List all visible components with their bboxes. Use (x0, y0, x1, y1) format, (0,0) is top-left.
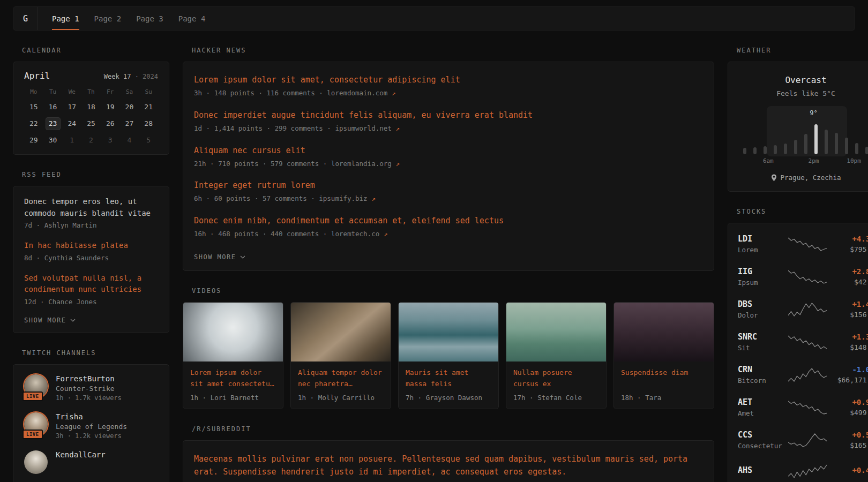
stock-ticker: LDI (738, 234, 788, 244)
stock-row[interactable]: IIG Ipsum +2.84% $42.04 (738, 260, 868, 293)
calendar-sep: · (135, 73, 139, 80)
rss-item-title[interactable]: Donec tempor eros leo, ut commodo mauris… (24, 196, 158, 219)
stocks-widget: STOCKS LDI Lorem +4.35% $795.18 IIG (728, 208, 868, 482)
calendar-day[interactable]: 22 (26, 117, 41, 130)
hn-title-link[interactable]: Aliquam nec cursus elit (194, 146, 703, 155)
calendar-day[interactable]: 1 (64, 134, 79, 147)
hn-title-link[interactable]: Donec enim nibh, condimentum et accumsan… (194, 216, 703, 225)
rss-item: In hac habitasse platea 8d · Cynthia Sau… (24, 240, 158, 263)
video-card[interactable]: Mauris sit amet massa felis 7h · Grayson… (398, 302, 499, 409)
calendar-day[interactable]: 27 (122, 117, 137, 130)
stock-ticker: DBS (738, 299, 788, 309)
stock-change: +0.51% (827, 431, 868, 439)
video-thumbnail[interactable] (614, 303, 714, 362)
hn-meta: 1d · 1,414 points · 299 comments · ipsum… (194, 124, 703, 134)
calendar-day[interactable]: 26 (103, 117, 118, 130)
stock-row[interactable]: DBS Dolor +1.42% $156.28 (738, 293, 868, 326)
twitch-channel[interactable]: LIVE Trisha League of Legends 3h · 1.2k … (24, 412, 158, 440)
calendar-day[interactable]: 3 (103, 134, 118, 147)
stock-row[interactable]: CRN Bitcorn -1.00% $66,171.48 (738, 358, 868, 391)
stock-row[interactable]: AET Amet +0.92% $499.72 (738, 391, 868, 424)
calendar-day[interactable]: 15 (26, 101, 41, 114)
external-link-icon[interactable]: ↗ (384, 230, 388, 238)
page-tabs: Page 1 Page 2 Page 3 Page 4 (52, 7, 205, 30)
weather-bar (855, 143, 858, 154)
external-link-icon[interactable]: ↗ (392, 89, 396, 97)
stock-price: $148.64 (827, 343, 868, 351)
video-card[interactable]: Nullam posuere cursus ex 17h · Stefan Co… (506, 302, 607, 409)
tab-page-2[interactable]: Page 2 (94, 7, 122, 30)
stock-quote: +1.36% $148.64 (827, 333, 868, 351)
tab-page-4[interactable]: Page 4 (178, 7, 206, 30)
calendar-day[interactable]: 28 (141, 117, 156, 130)
video-thumbnail[interactable] (506, 303, 606, 362)
external-link-icon[interactable]: ↗ (395, 124, 400, 132)
external-link-icon[interactable]: ↗ (371, 194, 376, 202)
video-card[interactable]: Aliquam tempor dolor nec pharetra… 1h · … (290, 302, 391, 409)
video-thumbnail[interactable] (399, 303, 498, 362)
calendar-day[interactable]: 30 (46, 134, 61, 147)
weather-bar (743, 148, 746, 154)
weather-bar (794, 140, 797, 154)
twitch-channel-info: KendallCarr (56, 450, 106, 474)
video-meta: 18h · Tara (614, 390, 714, 409)
calendar-day[interactable]: 24 (64, 117, 79, 130)
calendar-day[interactable]: 16 (46, 101, 61, 114)
stock-id: IIG Ipsum (738, 267, 788, 287)
twitch-channel[interactable]: KendallCarr (24, 450, 158, 474)
hn-title-link[interactable]: Lorem ipsum dolor sit amet, consectetur … (194, 75, 703, 85)
stock-id: CRN Bitcorn (738, 365, 788, 385)
tab-page-1[interactable]: Page 1 (52, 7, 79, 30)
calendar-head: April Week 17 · 2024 (24, 71, 158, 81)
subreddit-header: /R/SUBREDDIT (192, 425, 714, 433)
stock-change: +1.42% (827, 300, 868, 308)
twitch-channel-info: ForrestBurton Counter-Strike 1h · 1.7k v… (56, 374, 122, 402)
calendar-dow: Tu (43, 88, 63, 97)
rss-item-title[interactable]: Sed volutpat nulla nisl, a condimentum n… (24, 273, 158, 296)
rss-panel: Donec tempor eros leo, ut commodo mauris… (13, 186, 169, 333)
video-title: Suspendisse diam (614, 362, 714, 390)
video-card[interactable]: Lorem ipsum dolor sit amet consectetu… 1… (183, 302, 283, 409)
stock-row[interactable]: LDI Lorem +4.35% $795.18 (738, 228, 868, 260)
calendar-day[interactable]: 18 (84, 101, 99, 114)
stock-price: $42.04 (827, 278, 868, 286)
stock-quote: +0.51% $165.84 (827, 431, 868, 449)
rss-show-more-button[interactable]: SHOW MORE (24, 317, 76, 324)
calendar-dow: Th (81, 88, 101, 97)
tab-page-3[interactable]: Page 3 (136, 7, 163, 30)
stock-ticker: AHS (738, 465, 788, 475)
hn-title-link[interactable]: Integer eget rutrum lorem (194, 180, 703, 190)
stock-quote: +0.46% (827, 466, 868, 477)
channel-name: ForrestBurton (56, 374, 122, 383)
stock-id: AHS (738, 465, 788, 477)
calendar-day[interactable]: 21 (141, 101, 156, 114)
calendar-day[interactable]: 17 (64, 101, 79, 114)
calendar-week-label: Week 17 · 2024 (104, 73, 158, 80)
calendar-day[interactable]: 23 (46, 117, 61, 130)
video-thumbnail[interactable] (291, 303, 391, 362)
post-title-link[interactable]: Maecenas mollis pulvinar erat non posuer… (194, 453, 703, 478)
stock-row[interactable]: CCS Consectetur +0.51% $165.84 (738, 424, 868, 456)
video-thumbnail[interactable] (183, 303, 283, 362)
calendar-day[interactable]: 20 (122, 101, 137, 114)
twitch-channel[interactable]: LIVE ForrestBurton Counter-Strike 1h · 1… (24, 374, 158, 402)
avatar-wrap (24, 450, 48, 474)
calendar-day[interactable]: 25 (84, 117, 99, 130)
hn-show-more-button[interactable]: SHOW MORE (194, 253, 245, 261)
video-card[interactable]: Suspendisse diam 18h · Tara (613, 302, 714, 409)
hn-title-link[interactable]: Donec imperdiet augue tincidunt felis al… (194, 110, 703, 120)
twitch-widget: TWITCH CHANNELS LIVE ForrestBurton Count… (13, 349, 169, 482)
rss-item-title[interactable]: In hac habitasse platea (24, 240, 158, 252)
calendar-day[interactable]: 4 (122, 134, 137, 147)
peak-temp-label: 9° (810, 109, 817, 117)
stock-quote: +0.92% $499.72 (827, 398, 868, 417)
calendar-day[interactable]: 19 (103, 101, 118, 114)
app-logo[interactable]: G (13, 7, 38, 30)
external-link-icon[interactable]: ↗ (395, 160, 400, 168)
calendar-day[interactable]: 5 (141, 134, 156, 147)
stock-row[interactable]: AHS +0.46% (738, 456, 868, 482)
chevron-down-icon (240, 255, 245, 259)
calendar-day[interactable]: 29 (26, 134, 41, 147)
stock-row[interactable]: SNRC Sit +1.36% $148.64 (738, 326, 868, 358)
calendar-day[interactable]: 2 (84, 134, 99, 147)
